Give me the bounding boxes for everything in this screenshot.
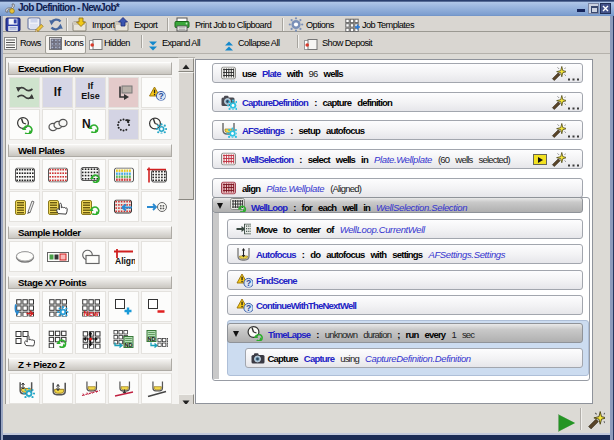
svg-text:ND: ND [124, 341, 132, 347]
svg-text:Align: Align [115, 256, 135, 266]
svg-text:?: ? [246, 303, 251, 312]
svg-text:New: New [83, 309, 99, 317]
svg-text:?: ? [158, 91, 163, 100]
svg-text:?: ? [246, 278, 251, 287]
svg-text:ND: ND [147, 335, 155, 341]
